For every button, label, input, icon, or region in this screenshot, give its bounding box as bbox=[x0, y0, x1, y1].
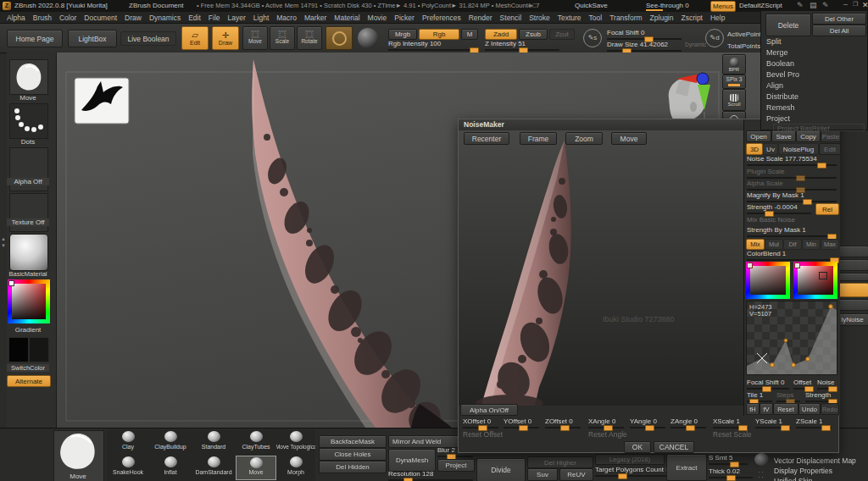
menu-zscript[interactable]: Zscript bbox=[681, 14, 703, 22]
rgb-button[interactable]: Rgb bbox=[419, 29, 459, 40]
recenter-button[interactable]: Recenter bbox=[464, 132, 509, 145]
delete-button[interactable]: Delete bbox=[765, 14, 811, 36]
brush-item[interactable]: DamStandard bbox=[193, 456, 234, 480]
menu-document[interactable]: Document bbox=[84, 14, 117, 22]
focal-shift-slider[interactable] bbox=[607, 38, 682, 40]
zangle-slider[interactable] bbox=[670, 427, 706, 428]
nm-noise-slider[interactable] bbox=[817, 388, 837, 390]
draw-size-slider[interactable] bbox=[607, 50, 682, 52]
menu-color[interactable]: Color bbox=[59, 14, 76, 22]
color-picker[interactable] bbox=[8, 279, 50, 323]
see-through-slider[interactable]: See-through 0 bbox=[646, 2, 689, 9]
menu-transform[interactable]: Transform bbox=[609, 14, 642, 22]
nm-move-button[interactable]: Move bbox=[611, 132, 647, 145]
menu-tool[interactable]: Tool bbox=[589, 14, 603, 22]
menu-brush[interactable]: Brush bbox=[33, 14, 52, 22]
live-boolean-button[interactable]: Live Boolean bbox=[120, 31, 176, 46]
xscale-slider[interactable] bbox=[713, 427, 748, 428]
xoffset-slider[interactable] bbox=[463, 427, 498, 428]
zsub-button[interactable]: Zsub bbox=[519, 29, 548, 40]
cancel-button[interactable]: CANCEL bbox=[654, 441, 694, 453]
colorblend-slider[interactable] bbox=[747, 259, 837, 261]
material-thumb[interactable] bbox=[9, 234, 48, 271]
paste-button[interactable]: Paste bbox=[821, 130, 841, 142]
big-brush-thumb[interactable]: Move bbox=[53, 430, 104, 481]
nm-edit-button[interactable]: Edit bbox=[819, 143, 841, 155]
z-intensity-slider[interactable] bbox=[485, 49, 559, 51]
quicksave-button[interactable]: QuickSave bbox=[575, 2, 608, 9]
copy-button[interactable]: Copy bbox=[796, 130, 821, 142]
nm-tile-slider[interactable] bbox=[747, 401, 772, 402]
shelf-button-active[interactable] bbox=[838, 283, 868, 297]
shelf-button-4[interactable] bbox=[838, 299, 868, 311]
link-display-properties[interactable]: Display Properties bbox=[774, 467, 832, 475]
divider-handle[interactable]: ▲▼ bbox=[0, 235, 7, 266]
divide-button[interactable]: Divide bbox=[476, 458, 526, 481]
reset-offset-button[interactable]: Reset Offset bbox=[463, 430, 503, 439]
close-holes-button[interactable]: Close Holes bbox=[319, 448, 387, 461]
nm-strength-col-slider[interactable] bbox=[805, 401, 837, 402]
blend-mix-button[interactable]: Mix bbox=[746, 239, 765, 250]
menu-item-project[interactable]: Project bbox=[766, 114, 790, 123]
strength-slider[interactable] bbox=[747, 213, 811, 214]
yangle-slider[interactable] bbox=[630, 427, 665, 428]
stroke-circle-icon[interactable]: ✎s bbox=[583, 29, 602, 47]
dynamic-toggle[interactable]: Dynamic bbox=[685, 41, 706, 47]
brush-item[interactable]: Move Topological bbox=[276, 430, 315, 455]
brush-item[interactable]: Clay bbox=[108, 430, 147, 455]
menu-item-split[interactable]: Split bbox=[766, 37, 782, 46]
switch-color-button[interactable]: SwitchColor bbox=[7, 364, 49, 372]
rotate-gyro-button[interactable]: ⿴Rotate bbox=[297, 26, 322, 50]
menu-movie[interactable]: Movie bbox=[368, 14, 387, 22]
zscale-slider[interactable] bbox=[796, 427, 832, 428]
see-through-track[interactable] bbox=[646, 9, 663, 11]
scroll-button[interactable]: Scroll bbox=[722, 89, 746, 111]
zcut-button[interactable]: Zcut bbox=[549, 29, 575, 40]
menu-marker[interactable]: Marker bbox=[304, 14, 326, 22]
nm-offset-slider[interactable] bbox=[793, 388, 814, 390]
mode-3d-button[interactable]: 3D bbox=[746, 143, 763, 155]
lightbox-button[interactable]: LightBox bbox=[68, 30, 117, 47]
main-color-swatch[interactable] bbox=[8, 337, 29, 362]
blend-max-button[interactable]: Max bbox=[821, 239, 839, 250]
menu-stencil[interactable]: Stencil bbox=[500, 14, 522, 22]
apply-noise-button[interactable]: lyNoise bbox=[836, 313, 868, 326]
flip-h-button[interactable]: fH bbox=[746, 403, 760, 415]
del-all-button[interactable]: Del All bbox=[812, 25, 866, 36]
brush-item[interactable]: SnakeHook bbox=[108, 456, 147, 480]
brush-tool-icon[interactable]: ✎ bbox=[797, 1, 804, 9]
ok-button[interactable]: OK bbox=[624, 441, 651, 453]
xangle-slider[interactable] bbox=[588, 427, 624, 428]
noise-preview[interactable]: Ibuki Studio 7273880 bbox=[459, 130, 743, 406]
draw-button[interactable]: ✛Draw bbox=[212, 26, 239, 50]
del-other-button[interactable]: Del Other bbox=[812, 13, 866, 25]
plugin-scale-slider[interactable] bbox=[747, 177, 837, 179]
thick-slider[interactable] bbox=[709, 477, 753, 478]
scale-gyro-button[interactable]: ⿴Scale bbox=[270, 26, 295, 50]
yscale-slider[interactable] bbox=[755, 427, 791, 428]
menu-texture[interactable]: Texture bbox=[558, 14, 581, 22]
default-zscript-button[interactable]: DefaultZScript bbox=[739, 2, 782, 9]
noise-color-picker-1[interactable] bbox=[746, 262, 790, 299]
backface-mask-button[interactable]: BackfaceMask bbox=[319, 435, 387, 448]
reset-angle-button[interactable]: Reset Angle bbox=[588, 430, 627, 439]
menu-material[interactable]: Material bbox=[334, 14, 359, 22]
dynamesh-button[interactable]: DynaMesh bbox=[388, 449, 436, 472]
s-smt-slider[interactable] bbox=[709, 463, 748, 465]
alpha-scale-slider[interactable] bbox=[747, 189, 837, 191]
nm-zoom-button[interactable]: Zoom bbox=[565, 132, 603, 145]
close-button[interactable]: ✕ bbox=[862, 1, 868, 9]
yoffset-slider[interactable] bbox=[504, 427, 539, 428]
link-vector-displacement[interactable]: Vector Displacement Map bbox=[774, 456, 856, 465]
secondary-color-swatch[interactable] bbox=[29, 337, 49, 362]
spix-slider[interactable]: SPix 3 bbox=[722, 75, 746, 89]
brush-item[interactable]: ClayBuildup bbox=[149, 430, 192, 455]
draw-circle-icon[interactable]: ✎d bbox=[705, 29, 724, 47]
nm-focal-shift-slider[interactable] bbox=[747, 388, 789, 390]
noise-color-picker-2[interactable] bbox=[793, 262, 837, 299]
mix-basic-noise-button[interactable]: Mix Basic Noise bbox=[747, 216, 795, 224]
del-higher-button[interactable]: Del Higher bbox=[527, 456, 593, 468]
m-button[interactable]: M bbox=[461, 29, 478, 40]
undo-button[interactable]: Undo bbox=[798, 403, 821, 415]
menu-file[interactable]: File bbox=[209, 14, 220, 22]
